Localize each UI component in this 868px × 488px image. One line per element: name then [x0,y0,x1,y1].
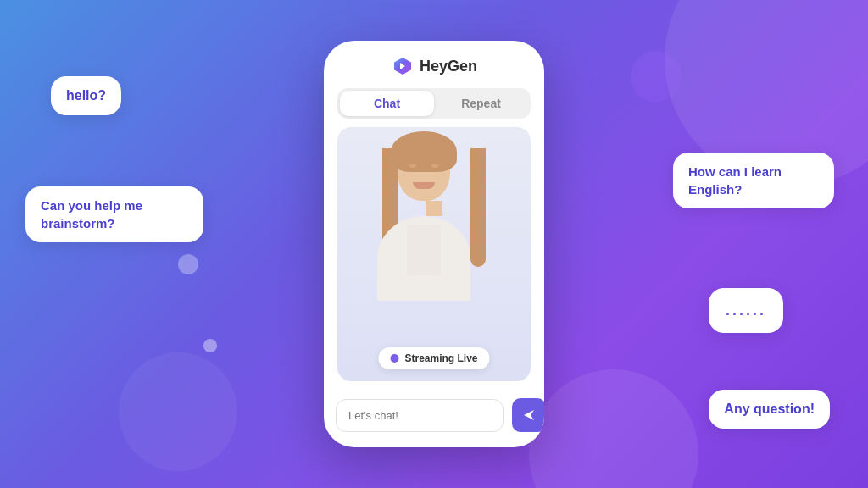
speech-bubble-dots: ...... [709,288,783,333]
heygen-logo-icon [391,54,415,78]
tab-bar: Chat Repeat [337,88,531,119]
heygen-logo: HeyGen [391,54,477,78]
heygen-app-name: HeyGen [420,58,477,75]
avatar-figure [337,127,531,381]
chat-input-area [324,390,544,447]
send-icon [522,408,536,422]
speech-bubble-question: Any question! [709,390,830,429]
bg-decoration-circle-3 [119,352,237,471]
send-button[interactable] [512,398,544,432]
speech-bubble-hello: hello? [51,76,121,115]
streaming-indicator-dot [390,354,398,363]
phone-header: HeyGen [324,41,544,85]
streaming-badge: Streaming Live [378,347,489,369]
deco-circle-2 [178,254,198,274]
tab-chat[interactable]: Chat [340,91,434,116]
avatar-area: Streaming Live [337,127,531,381]
speech-bubble-english: How can I learn English? [673,152,834,208]
chat-input[interactable] [336,399,504,432]
streaming-label: Streaming Live [404,352,477,364]
bg-decoration-circle-4 [631,51,682,102]
bg-decoration-circle-2 [529,369,698,488]
deco-circle-1 [203,339,217,352]
speech-bubble-brainstorm: Can you help me brainstorm? [25,186,203,242]
tab-repeat[interactable]: Repeat [434,91,528,116]
phone-mockup: HeyGen Chat Repeat [324,41,544,447]
